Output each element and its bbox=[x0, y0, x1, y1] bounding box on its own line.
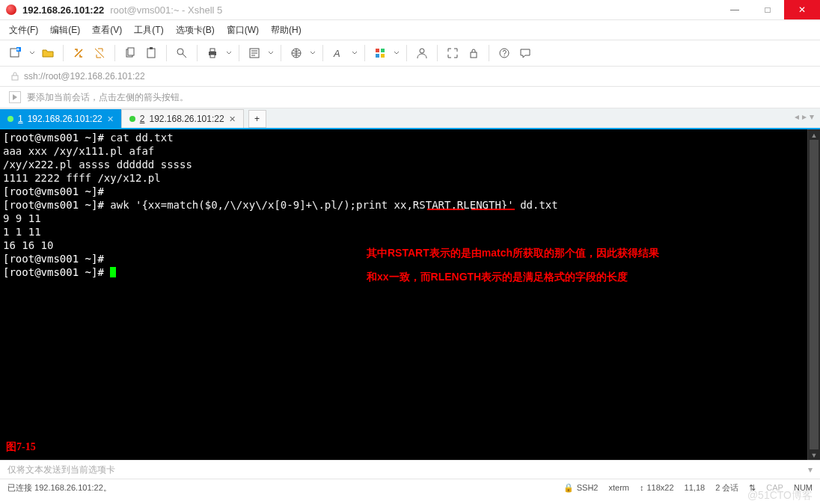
tab-close-icon[interactable]: ✕ bbox=[107, 114, 114, 124]
minimize-icon: — bbox=[730, 4, 739, 15]
annotation-text: 其中RSTART表示的是由match所获取的那个值，因此获得结果 bbox=[367, 243, 659, 262]
chevron-down-icon[interactable] bbox=[268, 50, 274, 56]
add-tab-button[interactable]: + bbox=[248, 110, 266, 128]
lock-icon: 🔒 bbox=[563, 483, 574, 493]
tab-scroll-left[interactable]: ◂ bbox=[795, 111, 799, 122]
maximize-button[interactable]: □ bbox=[751, 0, 784, 19]
terminal-line: [root@vms001 ~]# bbox=[3, 185, 817, 198]
title-bar: 192.168.26.101:22 root@vms001:~ - Xshell… bbox=[0, 0, 820, 20]
watermark: @51CTO博客 bbox=[747, 489, 813, 503]
send-bar[interactable]: 仅将文本发送到当前选项卡 ▾ bbox=[0, 460, 820, 479]
svg-point-6 bbox=[177, 49, 183, 55]
window-controls: — □ ✕ bbox=[718, 0, 820, 19]
annotation-text: 和xx一致，而RLENGTH表示的是满足格式的字段的长度 bbox=[367, 267, 628, 286]
lock-button[interactable] bbox=[465, 45, 482, 61]
menu-tabs[interactable]: 选项卡(B) bbox=[176, 24, 215, 37]
terminal-scrollbar[interactable]: ▴ ▾ bbox=[807, 129, 820, 460]
copy-button[interactable] bbox=[122, 45, 138, 61]
lock-icon bbox=[10, 72, 19, 81]
status-dot-icon bbox=[129, 116, 135, 122]
paste-button[interactable] bbox=[143, 45, 159, 61]
tab-menu[interactable]: ▾ bbox=[810, 111, 814, 122]
minimize-button[interactable]: — bbox=[718, 0, 751, 19]
window-title-sub: root@vms001:~ - Xshell 5 bbox=[110, 4, 222, 16]
svg-rect-18 bbox=[471, 52, 477, 58]
terminal[interactable]: [root@vms001 ~]# cat dd.txtaaa xxx /xy/x… bbox=[0, 129, 820, 460]
window-title-main: 192.168.26.101:22 bbox=[22, 4, 104, 16]
terminal-line: 1 1 11 bbox=[3, 225, 817, 239]
svg-text:?: ? bbox=[503, 49, 507, 58]
add-session-arrow-button[interactable] bbox=[9, 91, 21, 103]
chevron-down-icon[interactable] bbox=[394, 50, 400, 56]
tab-scroll-controls: ◂ ▸ ▾ bbox=[795, 111, 814, 122]
help-button[interactable]: ? bbox=[496, 45, 512, 61]
svg-rect-3 bbox=[128, 48, 134, 55]
find-button[interactable] bbox=[174, 45, 190, 61]
toolbar: A ? bbox=[0, 40, 820, 67]
terminal-line: 1111 2222 ffff /xy/x12.pl bbox=[3, 171, 817, 185]
chevron-down-icon[interactable] bbox=[352, 50, 358, 56]
properties-button[interactable] bbox=[246, 45, 263, 61]
web-button[interactable] bbox=[288, 45, 305, 61]
chevron-down-icon[interactable] bbox=[226, 50, 232, 56]
scroll-up-icon[interactable]: ▴ bbox=[808, 129, 820, 140]
tab-number: 2 bbox=[140, 114, 145, 124]
menu-edit[interactable]: 编辑(E) bbox=[50, 24, 80, 37]
figure-label: 图7-15 bbox=[6, 440, 36, 454]
chevron-down-icon[interactable] bbox=[29, 50, 35, 56]
menu-bar: 文件(F) 编辑(E) 查看(V) 工具(T) 选项卡(B) 窗口(W) 帮助(… bbox=[0, 20, 820, 40]
underline-annotation bbox=[427, 209, 465, 210]
svg-point-17 bbox=[420, 49, 424, 53]
status-protocol: SSH2 bbox=[577, 483, 599, 492]
resize-icon: ↕ bbox=[640, 483, 644, 492]
address-bar: ssh://root@192.168.26.101:22 bbox=[0, 67, 820, 87]
menu-window[interactable]: 窗口(W) bbox=[227, 24, 259, 37]
user-button[interactable] bbox=[414, 45, 430, 61]
close-icon: ✕ bbox=[798, 4, 806, 15]
color-button[interactable] bbox=[372, 45, 388, 61]
session-tab[interactable]: 1 192.168.26.101:22 ✕ bbox=[0, 109, 122, 128]
svg-rect-16 bbox=[381, 54, 385, 58]
plus-icon: + bbox=[254, 114, 260, 124]
font-button[interactable]: A bbox=[330, 45, 346, 61]
close-button[interactable]: ✕ bbox=[784, 0, 820, 19]
terminal-line: /xy/x222.pl assss dddddd sssss bbox=[3, 158, 817, 171]
reconnect-button[interactable] bbox=[70, 45, 87, 61]
status-size: 118x22 bbox=[647, 483, 674, 492]
svg-rect-5 bbox=[150, 47, 153, 49]
app-icon bbox=[6, 4, 16, 15]
menu-file[interactable]: 文件(F) bbox=[9, 24, 38, 37]
menu-help[interactable]: 帮助(H) bbox=[271, 24, 302, 37]
svg-rect-14 bbox=[381, 49, 385, 52]
svg-rect-21 bbox=[12, 76, 18, 80]
chevron-down-icon[interactable] bbox=[310, 50, 316, 56]
status-sessions: 2 会话 bbox=[715, 482, 738, 494]
disconnect-button[interactable] bbox=[91, 45, 108, 61]
tab-label: 192.168.26.101:22 bbox=[28, 114, 102, 124]
address-url[interactable]: ssh://root@192.168.26.101:22 bbox=[24, 71, 145, 82]
svg-rect-8 bbox=[210, 49, 215, 52]
hint-bar: 要添加当前会话，点击左侧的箭头按钮。 bbox=[0, 87, 820, 108]
session-tab[interactable]: 2 192.168.26.101:22 ✕ bbox=[121, 109, 244, 128]
fullscreen-button[interactable] bbox=[444, 45, 461, 61]
scrollbar-thumb[interactable] bbox=[810, 140, 819, 449]
send-bar-text: 仅将文本发送到当前选项卡 bbox=[7, 464, 115, 476]
status-bar: 已连接 192.168.26.101:22。 🔒SSH2 xterm ↕118x… bbox=[0, 479, 820, 496]
open-session-button[interactable] bbox=[40, 45, 56, 61]
status-dot-icon bbox=[7, 116, 13, 122]
status-termtype: xterm bbox=[609, 483, 630, 492]
session-tabs: 1 192.168.26.101:22 ✕ 2 192.168.26.101:2… bbox=[0, 108, 820, 129]
tab-scroll-right[interactable]: ▸ bbox=[802, 111, 807, 122]
chat-button[interactable] bbox=[517, 45, 533, 61]
send-bar-dropdown[interactable]: ▾ bbox=[808, 464, 813, 475]
status-connection: 已连接 192.168.26.101:22。 bbox=[7, 482, 111, 494]
terminal-line: [root@vms001 ~]# cat dd.txt bbox=[3, 131, 817, 144]
scroll-down-icon[interactable]: ▾ bbox=[808, 449, 820, 460]
underline-annotation bbox=[471, 209, 515, 210]
menu-view[interactable]: 查看(V) bbox=[92, 24, 122, 37]
new-session-button[interactable] bbox=[7, 45, 24, 61]
print-button[interactable] bbox=[204, 45, 221, 61]
svg-rect-9 bbox=[210, 55, 215, 58]
menu-tools[interactable]: 工具(T) bbox=[134, 24, 163, 37]
tab-close-icon[interactable]: ✕ bbox=[229, 114, 236, 124]
